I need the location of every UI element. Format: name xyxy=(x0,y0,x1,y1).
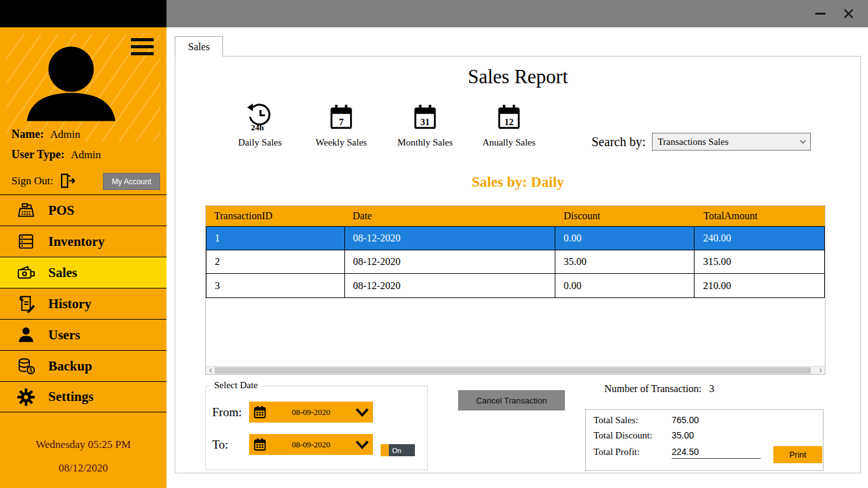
anually-sales-button[interactable]: 12 Anually Sales xyxy=(468,102,550,148)
cell-date: 08-12-2020 xyxy=(345,274,555,297)
sidebar-item-label: Users xyxy=(48,327,80,343)
cell-total-amount: 210.00 xyxy=(695,274,824,297)
signout-row: Sign Out: xyxy=(11,172,76,189)
to-date-field[interactable]: 08-09-2020 xyxy=(271,434,351,455)
sidebar-item-backup[interactable]: $ Backup xyxy=(0,350,166,381)
search-by-dropdown[interactable]: Transactions Sales xyxy=(652,133,811,151)
sidebar-item-pos[interactable]: POS xyxy=(0,194,166,226)
sidebar-item-settings[interactable]: Settings xyxy=(0,381,166,412)
toggle-state-label: On xyxy=(389,444,415,456)
sidebar-item-label: POS xyxy=(48,203,74,219)
sales-icon xyxy=(17,263,36,282)
sidebar-item-label: Backup xyxy=(48,358,92,374)
calendar-7-icon: 7 xyxy=(327,102,356,133)
backup-icon: $ xyxy=(17,356,36,376)
scroll-left-icon[interactable] xyxy=(206,367,214,374)
sidebar-menu: POS Inventory Sales xyxy=(0,194,166,412)
column-header: TotalAmount xyxy=(695,206,825,226)
cell-transaction-id: 1 xyxy=(207,227,345,250)
pos-icon xyxy=(17,201,36,220)
close-button[interactable] xyxy=(835,0,862,27)
from-calendar-button[interactable] xyxy=(249,402,271,423)
svg-text:12: 12 xyxy=(505,117,513,127)
to-date-row: To: 08-09-2020 xyxy=(212,434,373,455)
date-filter-toggle[interactable]: On xyxy=(381,444,415,456)
totals-summary-box: Total Sales: 765.00 Total Discount: 35.0… xyxy=(585,409,824,471)
from-date-dropdown[interactable] xyxy=(351,402,373,423)
column-header: Discount xyxy=(555,206,695,226)
svg-text:31: 31 xyxy=(421,117,430,127)
usertype-value: Admin xyxy=(71,149,101,161)
sidebar-item-history[interactable]: History xyxy=(0,288,166,319)
clock-24h-icon: 24h xyxy=(245,102,275,133)
svg-text:7: 7 xyxy=(339,116,344,127)
sidebar-item-label: History xyxy=(48,296,92,312)
scrollbar-thumb[interactable] xyxy=(215,367,811,374)
total-sales-label: Total Sales: xyxy=(593,415,638,426)
name-row: Name: Admin xyxy=(11,128,80,141)
horizontal-scrollbar[interactable] xyxy=(206,366,825,374)
cell-total-amount: 240.00 xyxy=(695,227,824,250)
select-date-group: Select Date From: 08-09-2020 xyxy=(205,386,428,470)
titlebar-corner xyxy=(0,0,166,27)
table-header-row: TransactionID Date Discount TotalAmount xyxy=(206,206,825,227)
svg-text:24h: 24h xyxy=(251,123,264,132)
search-by-selected-value: Transactions Sales xyxy=(658,137,729,147)
chevron-down-icon xyxy=(355,408,369,417)
settings-icon xyxy=(17,388,36,407)
svg-text:$: $ xyxy=(29,367,32,374)
total-sales-value: 765.00 xyxy=(672,415,699,425)
name-label: Name: xyxy=(11,128,44,141)
monthly-sales-button[interactable]: 31 Monthly Sales xyxy=(384,102,466,148)
sidebar-item-sales[interactable]: Sales xyxy=(0,257,166,288)
table-row[interactable]: 1 08-12-2020 0.00 240.00 xyxy=(207,227,824,250)
chevron-down-icon xyxy=(355,440,369,449)
weekly-sales-button[interactable]: 7 Weekly Sales xyxy=(300,102,383,148)
table-row[interactable]: 2 08-12-2020 35.00 315.00 xyxy=(207,250,824,274)
cell-transaction-id: 3 xyxy=(207,274,345,297)
search-by-label: Search by: xyxy=(592,135,646,149)
sidebar-item-label: Settings xyxy=(48,389,93,405)
page-title: Sales Report xyxy=(175,65,860,88)
tab-sales[interactable]: Sales xyxy=(175,36,223,57)
cell-discount: 35.00 xyxy=(555,250,695,273)
to-date-dropdown[interactable] xyxy=(351,434,373,455)
titlebar xyxy=(0,0,868,27)
from-date-row: From: 08-09-2020 xyxy=(212,402,373,423)
cell-discount: 0.00 xyxy=(555,227,695,250)
to-calendar-button[interactable] xyxy=(249,434,271,455)
signout-label: Sign Out: xyxy=(11,175,53,187)
cancel-transaction-button[interactable]: Cancel Transaction xyxy=(458,390,565,410)
from-label: From: xyxy=(212,405,249,419)
chevron-down-icon xyxy=(799,140,806,144)
weekly-sales-label: Weekly Sales xyxy=(300,137,383,148)
scroll-right-icon[interactable] xyxy=(817,367,825,374)
close-icon xyxy=(843,8,854,19)
cell-total-amount: 315.00 xyxy=(695,250,824,273)
daily-sales-button[interactable]: 24h Daily Sales xyxy=(219,102,301,148)
monthly-sales-label: Monthly Sales xyxy=(384,137,466,148)
transaction-count-label: Number of Transaction: xyxy=(604,383,702,395)
table-body: 1 08-12-2020 0.00 240.00 2 08-12-2020 35… xyxy=(206,227,825,298)
total-discount-label: Total Discount: xyxy=(593,430,653,441)
sidebar-item-inventory[interactable]: Inventory xyxy=(0,226,166,257)
calendar-12-icon: 12 xyxy=(494,102,524,133)
sidebar-item-label: Inventory xyxy=(48,234,105,250)
cell-transaction-id: 2 xyxy=(207,250,345,273)
anually-sales-label: Anually Sales xyxy=(468,137,550,148)
sidebar: Name: Admin User Type: Admin Sign Out: M… xyxy=(0,27,166,488)
app-window: Name: Admin User Type: Admin Sign Out: M… xyxy=(0,0,868,488)
sidebar-item-users[interactable]: Users xyxy=(0,319,166,350)
minimize-button[interactable] xyxy=(807,0,834,27)
sidebar-item-label: Sales xyxy=(48,265,78,281)
print-button[interactable]: Print xyxy=(773,446,822,463)
table-row[interactable]: 3 08-12-2020 0.00 210.00 xyxy=(207,274,824,297)
small-calendar-icon xyxy=(253,405,267,419)
minimize-icon xyxy=(815,13,825,15)
total-discount-value: 35.00 xyxy=(672,430,694,440)
from-date-field[interactable]: 08-09-2020 xyxy=(271,402,351,423)
my-account-button[interactable]: My Account xyxy=(103,173,160,190)
signout-door-icon[interactable] xyxy=(58,172,76,189)
users-icon xyxy=(17,325,36,344)
hamburger-menu-icon[interactable] xyxy=(131,38,154,59)
